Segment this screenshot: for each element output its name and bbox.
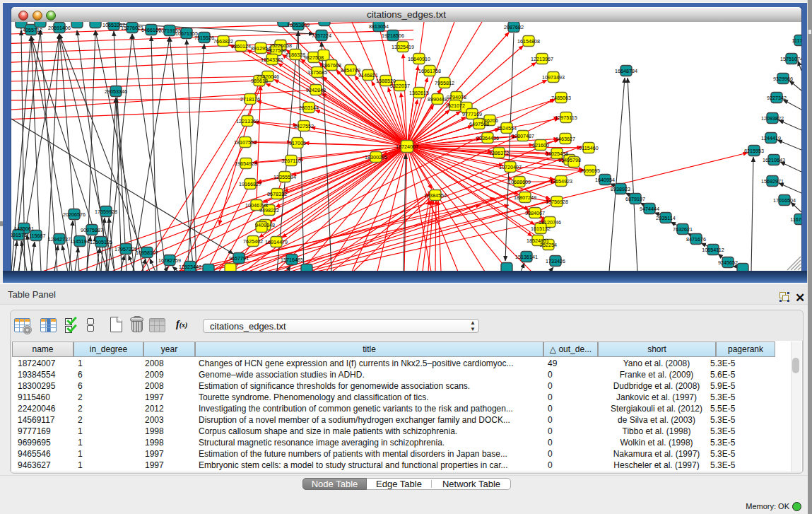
svg-text:9699695: 9699695 [580,168,600,174]
svg-text:8471676: 8471676 [686,236,706,243]
svg-text:9474444: 9474444 [640,206,659,212]
svg-text:16914479: 16914479 [265,239,288,245]
svg-text:9227342: 9227342 [767,95,787,101]
svg-text:252254: 252254 [540,242,557,248]
svg-text:90975887: 90975887 [81,227,103,233]
svg-text:1615132: 1615132 [531,226,551,232]
svg-text:10654112: 10654112 [702,247,724,253]
svg-text:989618: 989618 [251,78,268,84]
svg-text:16640910: 16640910 [408,56,430,62]
svg-text:111740: 111740 [792,37,801,44]
svg-text:15692971: 15692971 [761,178,784,185]
svg-text:3267110: 3267110 [281,158,300,164]
svg-text:10807487: 10807487 [512,133,534,139]
svg-text:2087682: 2087682 [504,24,524,30]
svg-text:7625402: 7625402 [243,238,263,245]
svg-text:9794078: 9794078 [447,94,466,100]
svg-text:1733426: 1733426 [546,258,565,264]
svg-text:14055712: 14055712 [20,27,42,33]
svg-text:12923448: 12923448 [179,264,201,270]
svg-text:13654923: 13654923 [550,178,572,185]
svg-text:9242848: 9242848 [306,87,326,93]
svg-text:16053809: 16053809 [287,22,310,28]
svg-text:10958107: 10958107 [136,250,158,256]
svg-text:2935114: 2935114 [656,215,675,221]
svg-text:19384554: 19384554 [424,192,447,199]
svg-text:1115687: 1115687 [27,233,46,239]
svg-text:19218506: 19218506 [382,33,404,39]
svg-text:1167533: 1167533 [790,216,801,223]
svg-text:8454749: 8454749 [341,67,360,74]
svg-text:20691406: 20691406 [48,25,71,31]
svg-text:15136141: 15136141 [515,254,538,260]
svg-text:13325419: 13325419 [392,44,414,50]
svg-text:18807249: 18807249 [514,194,536,201]
svg-text:9463627: 9463627 [555,136,575,142]
svg-text:16210643: 16210643 [763,157,785,163]
svg-text:17957225: 17957225 [114,246,137,252]
svg-text:10973493: 10973493 [542,74,565,81]
svg-text:17016504: 17016504 [773,197,796,204]
svg-text:16154808: 16154808 [517,38,540,45]
svg-text:15276021: 15276021 [121,25,143,31]
svg-text:18300295: 18300295 [365,154,387,160]
svg-text:12975115: 12975115 [555,115,577,121]
svg-text:8186328: 8186328 [286,52,305,58]
svg-text:7357224: 7357224 [312,33,331,39]
svg-text:9245652: 9245652 [718,259,738,266]
svg-text:2803144: 2803144 [299,105,319,111]
svg-text:9146821: 9146821 [358,72,378,78]
svg-text:7663822: 7663822 [213,38,233,45]
svg-text:7632621: 7632621 [673,226,693,233]
svg-text:29053346: 29053346 [105,88,127,95]
svg-text:7515526: 7515526 [194,35,214,41]
svg-text:12213967: 12213967 [531,56,553,62]
svg-text:6879197: 6879197 [625,196,645,202]
svg-text:12355594: 12355594 [273,174,296,180]
svg-text:1244419: 1244419 [761,135,781,141]
svg-text:10025438: 10025438 [546,151,568,157]
svg-text:15716485: 15716485 [281,257,303,263]
svg-text:9657791: 9657791 [229,255,249,262]
svg-text:16648784: 16648784 [615,68,637,74]
svg-text:12505135: 12505135 [90,239,112,245]
svg-text:1621072: 1621072 [445,103,465,109]
svg-text:18724007: 18724007 [396,144,418,150]
svg-text:6497568: 6497568 [469,121,489,127]
svg-text:16543362: 16543362 [261,57,283,63]
svg-text:16782759: 16782759 [158,257,181,264]
svg-text:1435061: 1435061 [14,226,34,232]
svg-text:2718176: 2718176 [240,96,260,103]
svg-text:12093822: 12093822 [761,115,784,122]
svg-text:12942737: 12942737 [48,236,71,243]
svg-text:10688609: 10688609 [508,179,531,185]
svg-text:20206576: 20206576 [63,211,86,218]
svg-text:9329966: 9329966 [773,76,793,82]
svg-text:621600: 621600 [532,142,549,148]
svg-text:8215953: 8215953 [744,148,764,154]
svg-text:15751074: 15751074 [780,56,801,62]
svg-text:7386372: 7386372 [489,150,509,156]
svg-text:8990448: 8990448 [428,96,447,103]
svg-text:9384067: 9384067 [525,210,545,216]
svg-text:10756928: 10756928 [546,199,568,205]
svg-text:917005: 917005 [289,140,306,146]
svg-text:3624554: 3624554 [497,125,517,132]
svg-text:9827508: 9827508 [304,54,324,61]
svg-text:9498222: 9498222 [259,207,279,214]
svg-text:1362615: 1362615 [409,90,429,96]
svg-text:9860124: 9860124 [231,43,251,49]
svg-text:12213369: 12213369 [236,118,259,124]
svg-text:5322037: 5322037 [390,83,410,89]
svg-text:19654928: 19654928 [235,160,257,167]
svg-text:1640954: 1640954 [595,177,615,183]
svg-text:16961758: 16961758 [418,68,441,74]
svg-text:17359928: 17359928 [95,209,117,215]
svg-text:2867608: 2867608 [322,62,341,69]
svg-text:8427552: 8427552 [294,123,314,129]
svg-text:15495798: 15495798 [558,157,581,163]
svg-text:19166827: 19166827 [239,181,261,187]
svg-text:3375685: 3375685 [307,69,327,76]
svg-text:10720407: 10720407 [499,164,522,170]
svg-text:20364436: 20364436 [476,135,499,141]
